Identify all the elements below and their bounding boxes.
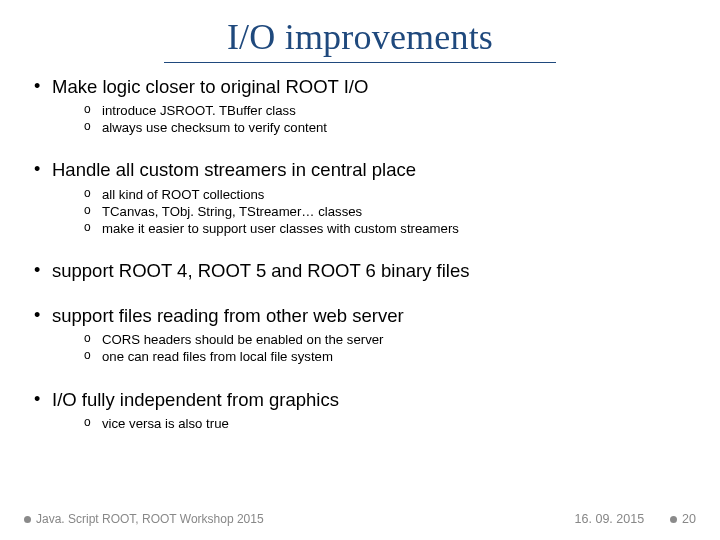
list-item: introduce JSROOT. TBuffer class [84, 102, 690, 119]
bullet-text: Make logic closer to original ROOT I/O [52, 76, 368, 97]
list-item: all kind of ROOT collections [84, 186, 690, 203]
list-item: TCanvas, TObj. String, TStreamer… classe… [84, 203, 690, 220]
footer-left: Java. Script ROOT, ROOT Workshop 2015 [24, 512, 264, 526]
list-item: Make logic closer to original ROOT I/O i… [30, 75, 690, 136]
sub-text: CORS headers should be enabled on the se… [102, 332, 384, 347]
sub-text: all kind of ROOT collections [102, 187, 264, 202]
bullet-text: Handle all custom streamers in central p… [52, 159, 416, 180]
bullet-icon [24, 516, 31, 523]
bullet-text: support files reading from other web ser… [52, 305, 404, 326]
sub-text: introduce JSROOT. TBuffer class [102, 103, 296, 118]
sub-text: always use checksum to verify content [102, 120, 327, 135]
bullet-list: Make logic closer to original ROOT I/O i… [30, 75, 690, 432]
list-item: always use checksum to verify content [84, 119, 690, 136]
slide-title: I/O improvements [164, 0, 556, 63]
sub-text: vice versa is also true [102, 416, 229, 431]
list-item: I/O fully independent from graphics vice… [30, 388, 690, 432]
list-item: Handle all custom streamers in central p… [30, 158, 690, 237]
list-item: CORS headers should be enabled on the se… [84, 331, 690, 348]
list-item: support ROOT 4, ROOT 5 and ROOT 6 binary… [30, 259, 690, 282]
footer: Java. Script ROOT, ROOT Workshop 2015 16… [24, 512, 696, 526]
sub-list: CORS headers should be enabled on the se… [52, 331, 690, 365]
footer-date: 16. 09. 2015 [575, 512, 645, 526]
footer-left-text: Java. Script ROOT, ROOT Workshop 2015 [36, 512, 264, 526]
sub-text: make it easier to support user classes w… [102, 221, 459, 236]
bullet-icon [670, 516, 677, 523]
sub-text: one can read files from local file syste… [102, 349, 333, 364]
sub-text: TCanvas, TObj. String, TStreamer… classe… [102, 204, 362, 219]
slide: I/O improvements Make logic closer to or… [0, 0, 720, 540]
slide-content: Make logic closer to original ROOT I/O i… [0, 75, 720, 432]
bullet-text: support ROOT 4, ROOT 5 and ROOT 6 binary… [52, 260, 469, 281]
list-item: one can read files from local file syste… [84, 348, 690, 365]
page-number: 20 [682, 512, 696, 526]
sub-list: introduce JSROOT. TBuffer class always u… [52, 102, 690, 136]
sub-list: all kind of ROOT collections TCanvas, TO… [52, 186, 690, 237]
sub-list: vice versa is also true [52, 415, 690, 432]
list-item: make it easier to support user classes w… [84, 220, 690, 237]
list-item: support files reading from other web ser… [30, 304, 690, 365]
list-item: vice versa is also true [84, 415, 690, 432]
bullet-text: I/O fully independent from graphics [52, 389, 339, 410]
footer-page: 20 [670, 512, 696, 526]
footer-right: 16. 09. 2015 20 [575, 512, 696, 526]
